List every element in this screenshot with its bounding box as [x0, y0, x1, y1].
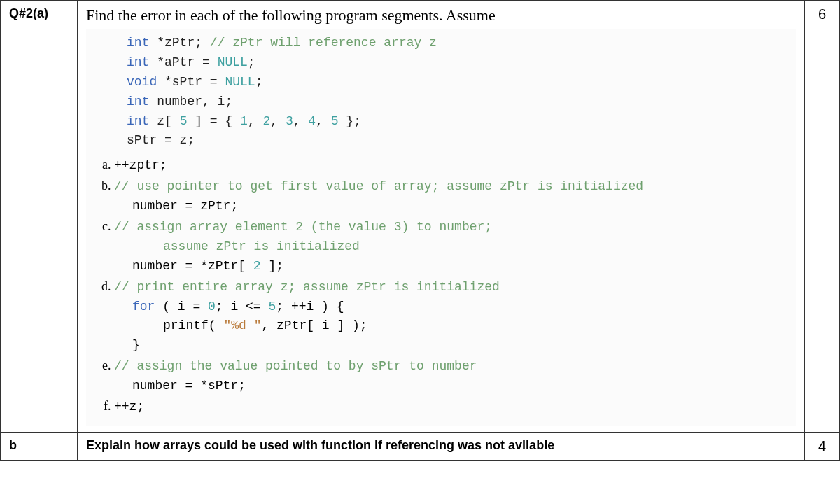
- string-literal: "%d ": [223, 318, 261, 332]
- code-text: printf(: [163, 318, 223, 332]
- comment: // print entire array z; assume zPtr is …: [114, 280, 500, 294]
- decl-text: *zPtr;: [149, 36, 202, 50]
- comment: // assign array element 2 (the value 3) …: [114, 220, 492, 234]
- code-text: }: [114, 336, 789, 356]
- decl-text: ,: [270, 114, 286, 128]
- decl-text: *aPtr =: [149, 55, 217, 69]
- q2a-label-cell: Q#2(a): [1, 1, 78, 433]
- part-e: // assign the value pointed to by sPtr t…: [114, 357, 789, 396]
- q2b-label-cell: b: [1, 432, 78, 460]
- q2a-body-cell: Find the error in each of the following …: [78, 1, 805, 433]
- part-d: // print entire array z; assume zPtr is …: [114, 278, 789, 356]
- number-literal: 4: [308, 114, 316, 128]
- decl-text: sPtr = z;: [127, 133, 195, 147]
- q2b-marks: 4: [818, 438, 826, 454]
- code-text: ];: [261, 259, 284, 273]
- decl-text: ;: [255, 75, 263, 89]
- part-c: // assign array element 2 (the value 3) …: [114, 218, 789, 276]
- decl-text: ,: [316, 114, 331, 128]
- decl-text: *sPtr =: [157, 75, 225, 89]
- number-literal: 3: [286, 114, 293, 128]
- code-line: number = *zPtr[ 2 ];: [114, 257, 789, 276]
- q2a-prompt: Find the error in each of the following …: [86, 6, 796, 24]
- keyword-for: for: [132, 300, 155, 314]
- number-literal: 1: [240, 114, 248, 128]
- decl-line-4: int number, i;: [127, 92, 789, 112]
- decl-line-5: int z[ 5 ] = { 1, 2, 3, 4, 5 };: [127, 112, 789, 132]
- decl-line-2: int *aPtr = NULL;: [127, 53, 789, 73]
- code-text: number = *zPtr[: [132, 259, 253, 273]
- code-text: ; ++i ) {: [276, 300, 344, 314]
- q2a-marks: 6: [818, 6, 826, 22]
- null-literal: NULL: [225, 75, 255, 89]
- comment: // zPtr will reference array z: [202, 36, 437, 50]
- code-text: , zPtr[ i ] );: [261, 318, 367, 332]
- code-text: number = *sPtr;: [114, 377, 789, 396]
- row-q2a: Q#2(a) Find the error in each of the fol…: [1, 1, 840, 433]
- number-literal: 0: [208, 300, 216, 314]
- code-text: ++zptr;: [114, 158, 167, 172]
- decl-text: number, i;: [149, 94, 232, 108]
- keyword-int: int: [127, 94, 149, 108]
- keyword-int: int: [127, 55, 149, 69]
- code-line: for ( i = 0; i <= 5; ++i ) {: [114, 298, 789, 317]
- part-a: ++zptr;: [114, 156, 789, 176]
- q2b-text: Explain how arrays could be used with fu…: [86, 438, 554, 452]
- comment: // assign the value pointed to by sPtr t…: [114, 359, 477, 373]
- keyword-void: void: [127, 75, 157, 89]
- comment: // use pointer to get first value of arr…: [114, 179, 643, 193]
- decl-line-6: sPtr = z;: [127, 131, 789, 150]
- q2b-label: b: [9, 438, 17, 452]
- code-text: ( i =: [155, 300, 208, 314]
- code-text: ++z;: [114, 400, 144, 414]
- number-literal: 5: [268, 300, 276, 314]
- decl-line-3: void *sPtr = NULL;: [127, 73, 789, 92]
- part-b: // use pointer to get first value of arr…: [114, 177, 789, 216]
- q2a-label: Q#2(a): [9, 6, 48, 20]
- declaration-block: int *zPtr; // zPtr will reference array …: [93, 34, 789, 150]
- row-q2b: b Explain how arrays could be used with …: [1, 432, 840, 460]
- code-text: ; i <=: [216, 300, 269, 314]
- decl-text: ;: [248, 55, 255, 69]
- q2a-codebox: int *zPtr; // zPtr will reference array …: [86, 29, 796, 426]
- keyword-int: int: [127, 36, 149, 50]
- decl-text: ,: [248, 114, 263, 128]
- decl-text: ,: [293, 114, 309, 128]
- comment: assume zPtr is initialized: [114, 237, 789, 257]
- part-f: ++z;: [114, 398, 789, 417]
- number-literal: 2: [253, 259, 261, 273]
- subparts-list: ++zptr; // use pointer to get first valu…: [93, 156, 789, 417]
- number-literal: 5: [331, 114, 339, 128]
- null-literal: NULL: [218, 55, 248, 69]
- code-line: printf( "%d ", zPtr[ i ] );: [114, 316, 789, 336]
- number-literal: 5: [180, 114, 188, 128]
- q2b-body-cell: Explain how arrays could be used with fu…: [78, 432, 805, 460]
- keyword-int: int: [127, 114, 149, 128]
- q2a-marks-cell: 6: [805, 1, 840, 433]
- decl-line-1: int *zPtr; // zPtr will reference array …: [127, 34, 789, 53]
- code-text: number = zPtr;: [114, 197, 789, 216]
- q2b-marks-cell: 4: [805, 432, 840, 460]
- decl-text: };: [339, 114, 361, 128]
- decl-text: ] = {: [187, 114, 240, 128]
- decl-text: z[: [149, 114, 179, 128]
- question-table: Q#2(a) Find the error in each of the fol…: [0, 0, 840, 461]
- number-literal: 2: [262, 114, 270, 128]
